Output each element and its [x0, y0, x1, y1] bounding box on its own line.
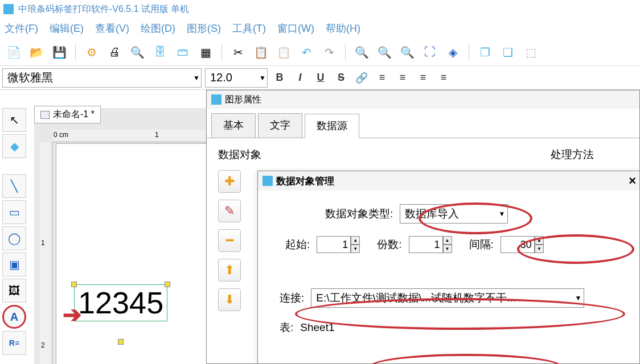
tab-basic[interactable]: 基本: [211, 113, 256, 138]
spin-up-icon[interactable]: ▲: [535, 236, 544, 245]
separator: [345, 44, 346, 61]
zoom-out-icon[interactable]: 🔍: [375, 43, 393, 61]
menu-file[interactable]: 文件(F): [5, 22, 38, 35]
undo-icon[interactable]: ↶: [297, 43, 315, 61]
label-start: 起始:: [285, 237, 310, 252]
text-object[interactable]: 12345: [74, 284, 167, 321]
document-tab[interactable]: 未命名-1 *: [34, 106, 101, 123]
tab-text[interactable]: 文字: [258, 113, 302, 138]
spin-up-icon[interactable]: ▲: [351, 236, 360, 245]
remove-button[interactable]: ━: [218, 229, 241, 252]
align-right-icon[interactable]: ≡: [415, 69, 432, 86]
text-tool[interactable]: A: [2, 305, 26, 329]
pointer-tool[interactable]: ↖: [2, 108, 26, 132]
type-combo[interactable]: 数据库导入 ▼: [400, 204, 508, 224]
add-button[interactable]: ✚: [218, 170, 241, 193]
group-icon[interactable]: ❐: [476, 43, 494, 61]
rect-tool[interactable]: ▭: [2, 200, 26, 224]
label-data-object: 数据对象: [218, 147, 261, 162]
hand-tool[interactable]: ◆: [2, 134, 26, 158]
font-name-combo[interactable]: 微软雅黑 ▼: [2, 68, 202, 88]
dialog-icon: [211, 94, 221, 105]
app-title: 中琅条码标签打印软件-V6.5.1 试用版 单机: [18, 3, 189, 15]
font-toolbar: 微软雅黑 ▼ 12.0 ▼ B I U S 🔗 ≡ ≡ ≡ ≡: [0, 66, 640, 90]
line-tool[interactable]: ╲: [2, 174, 26, 198]
ellipse-tool[interactable]: ◯: [2, 226, 26, 250]
align-justify-icon[interactable]: ≡: [435, 69, 452, 86]
annotation-arrow: ➔: [63, 301, 82, 328]
menu-view[interactable]: 查看(V): [95, 22, 129, 35]
resize-handle[interactable]: [71, 282, 77, 287]
italic-icon[interactable]: I: [292, 69, 309, 86]
menu-shape[interactable]: 图形(S): [187, 22, 221, 35]
label-canvas[interactable]: [56, 143, 215, 364]
separator: [75, 44, 76, 61]
ungroup-icon[interactable]: ❏: [499, 43, 517, 61]
grid-icon[interactable]: ▦: [196, 43, 215, 61]
menu-help[interactable]: 帮助(H): [326, 22, 360, 35]
zoom-in-icon[interactable]: 🔍: [352, 43, 371, 61]
database-refresh-icon[interactable]: 🗃: [174, 43, 192, 61]
zoom-100-icon[interactable]: 🔍: [398, 43, 416, 61]
ruler-tick: 1: [41, 239, 45, 247]
fit-icon[interactable]: ⛶: [421, 43, 439, 61]
tool-palette: ↖ ◆ ╲ ▭ ◯ ▣ 🖼 A R≡: [2, 108, 28, 355]
copy-icon[interactable]: 📋: [252, 43, 270, 61]
move-down-button[interactable]: ⬇: [218, 288, 241, 311]
picture-tool[interactable]: 🖼: [2, 279, 26, 303]
font-size-combo[interactable]: 12.0 ▼: [205, 68, 268, 88]
close-icon[interactable]: ×: [629, 173, 636, 188]
menu-edit[interactable]: 编辑(E): [50, 22, 84, 35]
spin-down-icon[interactable]: ▼: [351, 245, 360, 253]
preview-icon[interactable]: 🔍: [128, 43, 146, 61]
dialog-title-bar[interactable]: 图形属性: [207, 90, 639, 109]
link-icon[interactable]: 🔗: [353, 69, 370, 86]
paste-icon[interactable]: 📋: [274, 43, 293, 61]
dropdown-icon: ▼: [575, 294, 581, 302]
dialog-body: 数据对象类型: 数据库导入 ▼ 起始: ▲▼ 份数: ▲▼ 间隔: ▲▼: [258, 191, 639, 361]
cut-icon[interactable]: ✂: [229, 43, 247, 61]
count-input[interactable]: [409, 236, 443, 253]
dropdown-icon: ▼: [193, 74, 200, 82]
bold-icon[interactable]: B: [271, 69, 288, 86]
menu-window[interactable]: 窗口(W): [277, 22, 314, 35]
redo-icon[interactable]: ↷: [320, 43, 338, 61]
separator: [469, 44, 469, 61]
data-object-buttons: ✚ ✎ ━ ⬆ ⬇: [218, 170, 243, 311]
fit-width-icon[interactable]: ◈: [444, 43, 462, 61]
save-icon[interactable]: 💾: [50, 43, 68, 61]
edit-button[interactable]: ✎: [218, 200, 241, 222]
document-tab-label: 未命名-1 *: [53, 109, 95, 121]
move-up-button[interactable]: ⬆: [218, 259, 241, 282]
connection-combo[interactable]: E:\工作文件\测试数据\...试随机数字不干... ▼: [311, 288, 584, 308]
resize-handle[interactable]: [118, 339, 124, 345]
spin-up-icon[interactable]: ▲: [443, 236, 452, 245]
print-icon[interactable]: 🖨: [105, 43, 124, 61]
richtext-tool[interactable]: R≡: [2, 331, 26, 355]
database-icon[interactable]: 🗄: [151, 43, 169, 61]
start-input[interactable]: [317, 236, 351, 253]
dialog-title-bar[interactable]: 数据对象管理 ×: [258, 171, 639, 191]
interval-spinner[interactable]: ▲▼: [500, 236, 544, 253]
menu-draw[interactable]: 绘图(D): [141, 22, 175, 35]
count-spinner[interactable]: ▲▼: [409, 236, 452, 253]
underline-icon[interactable]: U: [312, 69, 329, 86]
spin-down-icon[interactable]: ▼: [443, 245, 452, 253]
align-left-icon[interactable]: ≡: [374, 69, 391, 86]
open-icon[interactable]: 📂: [27, 43, 46, 61]
title-bar: 中琅条码标签打印软件-V6.5.1 试用版 单机: [0, 0, 640, 18]
spin-down-icon[interactable]: ▼: [535, 245, 544, 253]
label-interval: 间隔:: [469, 237, 494, 252]
resize-handle[interactable]: [165, 282, 170, 287]
new-icon[interactable]: 📄: [5, 43, 23, 61]
settings-icon[interactable]: ⚙: [83, 43, 101, 61]
tab-datasource[interactable]: 数据源: [305, 114, 359, 138]
interval-input[interactable]: [500, 236, 535, 253]
image-tool[interactable]: ▣: [2, 253, 26, 276]
align-center-icon[interactable]: ≡: [394, 69, 411, 86]
start-spinner[interactable]: ▲▼: [317, 236, 360, 253]
dialog-icon: [262, 176, 273, 186]
crop-icon[interactable]: ⬚: [522, 43, 540, 61]
strike-icon[interactable]: S: [333, 69, 350, 86]
menu-tool[interactable]: 工具(T): [232, 22, 266, 35]
